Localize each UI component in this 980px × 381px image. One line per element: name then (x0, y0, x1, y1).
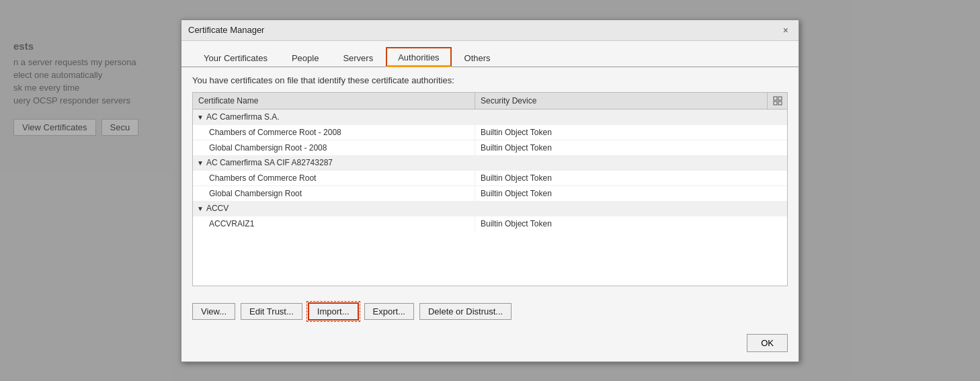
col-header-cert-name: Certificate Name (193, 93, 475, 109)
table-row[interactable]: Chambers of Commerce Root - 2008 Builtin… (193, 124, 787, 140)
table-row[interactable]: Global Chambersign Root Builtin Object T… (193, 185, 787, 201)
table-row[interactable]: Chambers of Commerce Root Builtin Object… (193, 170, 787, 185)
dialog-footer: OK (181, 329, 799, 362)
group-arrow-2: ▼ (197, 159, 204, 167)
description-text: You have certificates on file that ident… (192, 75, 788, 85)
modal-overlay: Certificate Manager × Your Certificates … (0, 0, 980, 381)
group-arrow-1: ▼ (197, 114, 204, 121)
import-button[interactable]: Import... (308, 302, 359, 321)
cert-device-2-1: Builtin Object Token (475, 171, 787, 185)
dialog-title: Certificate Manager (188, 25, 264, 35)
certificate-table: Certificate Name Security Device (192, 92, 788, 286)
cert-name-3-1: ACCVRAIZ1 (193, 216, 475, 231)
tab-others[interactable]: Others (453, 48, 502, 67)
tab-bar: Your Certificates People Servers Authori… (181, 41, 799, 67)
cert-device-2-2: Builtin Object Token (475, 186, 787, 201)
certificate-manager-dialog: Certificate Manager × Your Certificates … (181, 19, 799, 362)
cert-device-3-1: Builtin Object Token (475, 216, 787, 231)
tab-your-certificates[interactable]: Your Certificates (192, 48, 279, 67)
expand-icon[interactable] (767, 93, 787, 109)
cert-device-1-1: Builtin Object Token (475, 125, 787, 140)
delete-or-distrust-button[interactable]: Delete or Distrust... (419, 303, 512, 320)
svg-rect-1 (778, 97, 782, 100)
table-body[interactable]: ▼ AC Camerfirma S.A. Chambers of Commerc… (193, 110, 787, 285)
cert-name-2-2: Global Chambersign Root (193, 186, 475, 201)
group-name-3: ACCV (206, 204, 229, 213)
ok-button[interactable]: OK (747, 334, 788, 352)
svg-rect-3 (778, 101, 782, 105)
tab-servers[interactable]: Servers (331, 48, 384, 67)
view-button[interactable]: View... (192, 303, 235, 320)
dialog-titlebar: Certificate Manager × (181, 20, 799, 42)
group-accv[interactable]: ▼ ACCV (193, 201, 787, 216)
svg-rect-0 (774, 97, 777, 100)
group-ac-camerfirma-sa-cif[interactable]: ▼ AC Camerfirma SA CIF A82743287 (193, 155, 787, 170)
table-row[interactable]: ACCVRAIZ1 Builtin Object Token (193, 216, 787, 231)
cert-name-1-2: Global Chambersign Root - 2008 (193, 140, 475, 155)
tab-authorities[interactable]: Authorities (386, 47, 451, 67)
table-header: Certificate Name Security Device (193, 93, 787, 110)
group-arrow-3: ▼ (197, 205, 204, 212)
cert-name-1-1: Chambers of Commerce Root - 2008 (193, 125, 475, 140)
cert-name-2-1: Chambers of Commerce Root (193, 171, 475, 185)
action-buttons: View... Edit Trust... Import... Export..… (181, 294, 799, 329)
svg-rect-2 (774, 101, 777, 105)
cert-device-1-2: Builtin Object Token (475, 140, 787, 155)
tab-people[interactable]: People (280, 48, 330, 67)
group-name-1: AC Camerfirma S.A. (206, 112, 280, 122)
edit-trust-button[interactable]: Edit Trust... (241, 303, 302, 320)
export-button[interactable]: Export... (364, 303, 414, 320)
group-name-2: AC Camerfirma SA CIF A82743287 (206, 158, 333, 167)
dialog-body: You have certificates on file that ident… (181, 67, 799, 294)
col-header-security-device: Security Device (475, 93, 767, 109)
dialog-close-button[interactable]: × (780, 24, 792, 37)
group-ac-camerfirma-sa[interactable]: ▼ AC Camerfirma S.A. (193, 110, 787, 124)
table-row[interactable]: Global Chambersign Root - 2008 Builtin O… (193, 140, 787, 155)
